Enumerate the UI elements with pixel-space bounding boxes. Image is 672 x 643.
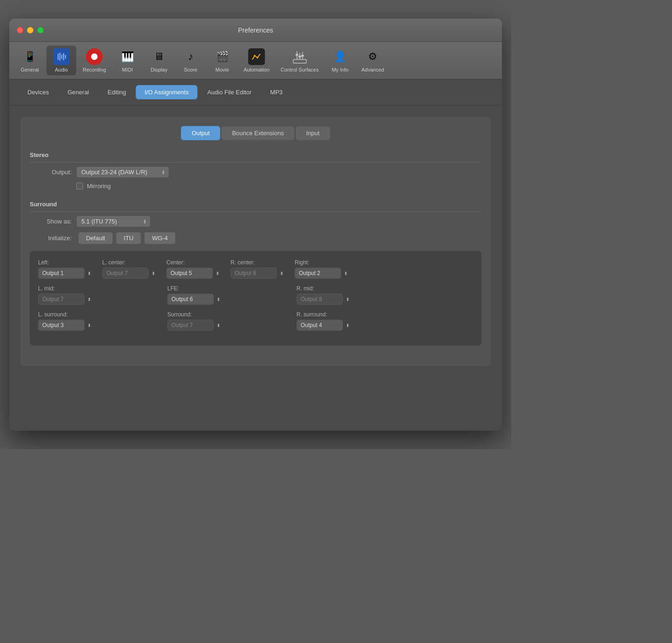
channel-r-surround: R. surround: Output 4 bbox=[296, 311, 352, 331]
show-as-select-wrapper: 5.1 (ITU 775) bbox=[76, 216, 151, 227]
r-mid-select[interactable]: Output 8 bbox=[296, 294, 343, 305]
channel-row-3: L. surround: Output 3 Surround: bbox=[38, 311, 473, 331]
r-mid-select-wrapper: Output 8 bbox=[296, 294, 352, 305]
lfe-select[interactable]: Output 6 bbox=[167, 294, 214, 305]
maximize-button[interactable] bbox=[37, 27, 44, 33]
minimize-button[interactable] bbox=[27, 27, 33, 33]
initialize-wg4-button[interactable]: WG-4 bbox=[144, 232, 176, 244]
show-as-select[interactable]: 5.1 (ITU 775) bbox=[76, 216, 151, 227]
toolbar-label-recording: Recording bbox=[83, 67, 106, 72]
svg-rect-17 bbox=[301, 55, 304, 57]
l-mid-label: L. mid: bbox=[38, 285, 94, 292]
display-icon: 🖥 bbox=[151, 48, 167, 65]
main-content: Output Bounce Extensions Input Stereo Ou… bbox=[9, 105, 502, 431]
close-button[interactable] bbox=[17, 27, 23, 33]
svg-rect-16 bbox=[298, 56, 301, 58]
l-mid-select[interactable]: Output 7 bbox=[38, 294, 85, 305]
l-center-select-wrapper: Output 7 bbox=[102, 268, 158, 279]
io-tab-bounce-extensions[interactable]: Bounce Extensions bbox=[221, 126, 294, 140]
toolbar: 📱 General Audio Recor bbox=[9, 42, 502, 79]
svg-point-9 bbox=[254, 55, 256, 57]
toolbar-item-automation[interactable]: Automation bbox=[239, 46, 274, 75]
toolbar-item-midi[interactable]: 🎹 MIDI bbox=[112, 46, 142, 75]
left-select[interactable]: Output 1 bbox=[38, 268, 85, 279]
center-select[interactable]: Output 5 bbox=[166, 268, 213, 279]
center-select-wrapper: Output 5 bbox=[166, 268, 222, 279]
stereo-section: Stereo Output: Output 23-24 (DAW L/R) Mi… bbox=[30, 151, 481, 190]
toolbar-item-general[interactable]: 📱 General bbox=[15, 46, 45, 75]
initialize-btn-group: Default ITU WG-4 bbox=[78, 232, 176, 244]
channel-left: Left: Output 1 bbox=[38, 259, 94, 279]
io-tab-output[interactable]: Output bbox=[181, 126, 220, 140]
toolbar-label-movie: Movie bbox=[215, 67, 229, 72]
stereo-title: Stereo bbox=[30, 151, 481, 163]
score-icon: ♪ bbox=[182, 48, 199, 65]
svg-rect-0 bbox=[58, 53, 59, 60]
toolbar-label-score: Score bbox=[184, 67, 198, 72]
channel-r-center: R. center: Output 8 bbox=[231, 259, 286, 279]
output-select[interactable]: Output 23-24 (DAW L/R) bbox=[76, 166, 169, 178]
subtab-io-assignments[interactable]: I/O Assignments bbox=[136, 85, 198, 99]
svg-rect-3 bbox=[63, 53, 64, 60]
right-select-wrapper: Output 2 bbox=[295, 268, 350, 279]
output-label: Output: bbox=[30, 169, 72, 176]
initialize-default-button[interactable]: Default bbox=[78, 232, 113, 244]
l-surround-label: L. surround: bbox=[38, 311, 94, 318]
subtab-mp3[interactable]: MP3 bbox=[261, 85, 291, 99]
subtab-editing[interactable]: Editing bbox=[99, 85, 135, 99]
channel-row-2: L. mid: Output 7 LFE: Output bbox=[38, 285, 473, 305]
l-center-label: L. center: bbox=[102, 259, 158, 266]
io-assignments-panel: Output Bounce Extensions Input Stereo Ou… bbox=[20, 117, 491, 366]
toolbar-item-advanced[interactable]: ⚙ Advanced bbox=[357, 46, 389, 75]
svg-rect-11 bbox=[293, 59, 306, 63]
initialize-itu-button[interactable]: ITU bbox=[116, 232, 141, 244]
r-surround-select-wrapper: Output 4 bbox=[296, 320, 352, 331]
mirroring-checkbox[interactable] bbox=[76, 183, 83, 190]
surround-select[interactable]: Output 7 bbox=[167, 320, 214, 331]
recording-icon bbox=[86, 48, 103, 65]
channel-center: Center: Output 5 bbox=[166, 259, 222, 279]
toolbar-label-general: General bbox=[20, 67, 39, 72]
l-mid-select-wrapper: Output 7 bbox=[38, 294, 94, 305]
toolbar-item-audio[interactable]: Audio bbox=[46, 46, 76, 75]
left-label: Left: bbox=[38, 259, 94, 266]
surround-section: Surround Show as: 5.1 (ITU 775) Initiali… bbox=[30, 201, 481, 346]
audio-icon bbox=[53, 48, 70, 65]
traffic-lights bbox=[17, 27, 44, 33]
show-as-label: Show as: bbox=[30, 218, 72, 225]
svg-point-5 bbox=[91, 53, 98, 60]
r-surround-select[interactable]: Output 4 bbox=[296, 320, 343, 331]
r-center-select[interactable]: Output 8 bbox=[231, 268, 277, 279]
toolbar-item-score[interactable]: ♪ Score bbox=[176, 46, 205, 75]
l-surround-select-wrapper: Output 3 bbox=[38, 320, 94, 331]
mirroring-label: Mirroring bbox=[87, 183, 111, 190]
preferences-window: Preferences 📱 General Audio bbox=[9, 19, 502, 431]
toolbar-label-advanced: Advanced bbox=[362, 67, 384, 72]
r-surround-label: R. surround: bbox=[296, 311, 352, 318]
channel-surround: Surround: Output 7 bbox=[167, 311, 223, 331]
toolbar-item-recording[interactable]: Recording bbox=[78, 46, 111, 75]
channel-l-surround: L. surround: Output 3 bbox=[38, 311, 94, 331]
midi-icon: 🎹 bbox=[119, 48, 136, 65]
channel-right: Right: Output 2 bbox=[295, 259, 350, 279]
subtab-devices[interactable]: Devices bbox=[19, 85, 58, 99]
toolbar-item-display[interactable]: 🖥 Display bbox=[144, 46, 174, 75]
toolbar-item-my-info[interactable]: 👤 My Info bbox=[325, 46, 355, 75]
lfe-label: LFE: bbox=[167, 285, 223, 292]
subtab-general[interactable]: General bbox=[59, 85, 98, 99]
right-select[interactable]: Output 2 bbox=[295, 268, 341, 279]
toolbar-label-display: Display bbox=[151, 67, 167, 72]
toolbar-item-movie[interactable]: 🎬 Movie bbox=[207, 46, 237, 75]
l-surround-select[interactable]: Output 3 bbox=[38, 320, 85, 331]
toolbar-label-my-info: My Info bbox=[332, 67, 349, 72]
subtab-audio-file-editor[interactable]: Audio File Editor bbox=[198, 85, 260, 99]
r-center-select-wrapper: Output 8 bbox=[231, 268, 286, 279]
io-tab-input[interactable]: Input bbox=[296, 126, 330, 140]
svg-rect-15 bbox=[296, 54, 298, 56]
channel-l-mid: L. mid: Output 7 bbox=[38, 285, 94, 305]
window-title: Preferences bbox=[238, 26, 273, 34]
l-center-select[interactable]: Output 7 bbox=[102, 268, 149, 279]
surround-select-wrapper: Output 7 bbox=[167, 320, 223, 331]
toolbar-item-control-surfaces[interactable]: Control Surfaces bbox=[276, 46, 323, 75]
channel-row-1: Left: Output 1 L. center: Ou bbox=[38, 259, 473, 279]
